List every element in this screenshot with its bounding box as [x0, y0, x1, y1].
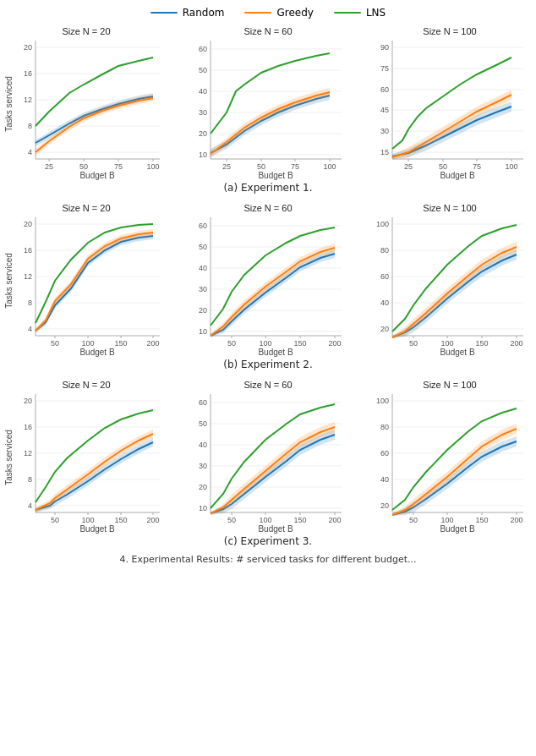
svg-marker-100	[36, 233, 153, 332]
svg-text:150: 150	[293, 339, 306, 348]
svg-text:Tasks serviced: Tasks serviced	[4, 430, 14, 485]
svg-text:100: 100	[81, 516, 94, 524]
svg-text:40: 40	[380, 299, 389, 307]
svg-text:60: 60	[199, 222, 207, 230]
svg-text:Size N = 60: Size N = 60	[243, 380, 292, 390]
svg-text:Size N = 60: Size N = 60	[243, 203, 292, 213]
svg-text:12: 12	[24, 96, 32, 104]
caption-row-2: (b) Experiment 2.	[3, 359, 533, 370]
caption-row-3: (c) Experiment 3.	[3, 535, 533, 547]
svg-text:40: 40	[199, 264, 207, 272]
svg-text:Budget B: Budget B	[440, 171, 474, 180]
svg-text:100: 100	[440, 516, 453, 524]
svg-text:20: 20	[199, 306, 207, 315]
svg-text:Size N = 100: Size N = 100	[423, 380, 476, 390]
svg-text:50: 50	[439, 162, 447, 171]
chart-2b: Size N = 60 10 20 30 40 50 60	[185, 200, 351, 357]
chart-row-3: Size N = 20 Tasks serviced 4 8 12 16 20 …	[3, 377, 533, 534]
svg-text:50: 50	[79, 162, 88, 171]
svg-text:60: 60	[380, 272, 389, 281]
chart-1b: Size N = 60 10 20 30 40	[185, 24, 351, 180]
svg-text:75: 75	[380, 64, 389, 73]
svg-text:Budget B: Budget B	[258, 524, 293, 534]
svg-marker-24	[36, 95, 153, 156]
svg-text:60: 60	[199, 45, 207, 53]
svg-marker-49	[211, 91, 330, 157]
svg-text:16: 16	[24, 246, 32, 255]
svg-text:200: 200	[510, 516, 522, 524]
svg-text:80: 80	[380, 423, 389, 431]
chart-1c: Size N = 100 15 30 45 60	[367, 24, 533, 180]
svg-text:100: 100	[146, 162, 159, 171]
svg-text:150: 150	[475, 516, 488, 524]
legend: Random Greedy LNS	[3, 7, 533, 19]
svg-text:75: 75	[291, 162, 299, 171]
svg-text:Size N = 20: Size N = 20	[62, 26, 110, 36]
svg-text:50: 50	[199, 66, 207, 74]
svg-text:100: 100	[505, 162, 517, 171]
legend-line-lns	[334, 12, 361, 14]
chart-2c: Size N = 100 20 40 60 80 100	[367, 200, 533, 357]
svg-text:Budget B: Budget B	[258, 348, 293, 357]
legend-label-lns: LNS	[366, 7, 386, 19]
svg-text:50: 50	[199, 243, 207, 251]
legend-line-random	[150, 12, 178, 14]
svg-text:50: 50	[409, 339, 418, 348]
svg-text:Tasks serviced: Tasks serviced	[4, 76, 14, 132]
svg-text:10: 10	[199, 504, 207, 512]
svg-text:150: 150	[114, 339, 127, 348]
svg-text:150: 150	[293, 516, 306, 524]
svg-text:150: 150	[475, 339, 488, 348]
svg-text:20: 20	[199, 129, 207, 138]
svg-text:100: 100	[376, 220, 389, 228]
svg-text:60: 60	[199, 398, 207, 407]
svg-text:30: 30	[199, 108, 207, 117]
svg-text:15: 15	[380, 148, 389, 156]
svg-text:20: 20	[380, 325, 389, 333]
legend-label-random: Random	[183, 7, 225, 19]
svg-text:90: 90	[380, 43, 389, 52]
svg-text:20: 20	[380, 501, 389, 510]
svg-text:Budget B: Budget B	[440, 524, 474, 534]
svg-text:Size N = 60: Size N = 60	[243, 26, 292, 36]
svg-text:30: 30	[199, 285, 207, 293]
legend-item-greedy: Greedy	[244, 7, 313, 19]
svg-text:45: 45	[380, 106, 389, 114]
svg-text:Size N = 20: Size N = 20	[62, 203, 110, 213]
svg-text:4: 4	[28, 501, 32, 510]
svg-text:100: 100	[376, 397, 389, 405]
svg-text:40: 40	[380, 475, 389, 484]
svg-text:60: 60	[380, 85, 389, 94]
svg-marker-101	[36, 229, 153, 333]
chart-1a: Size N = 20 Tasks serviced 4 8	[3, 24, 169, 180]
svg-text:8: 8	[28, 475, 32, 484]
svg-text:25: 25	[222, 162, 231, 171]
svg-text:80: 80	[380, 246, 389, 255]
svg-text:10: 10	[199, 327, 207, 336]
svg-text:50: 50	[227, 516, 236, 524]
svg-text:30: 30	[199, 462, 207, 470]
svg-text:Size N = 100: Size N = 100	[423, 203, 476, 213]
svg-text:12: 12	[24, 449, 32, 457]
svg-text:8: 8	[28, 299, 32, 307]
svg-text:100: 100	[440, 339, 453, 348]
chart-3c: Size N = 100 20 40 60 80 100 50 100 1	[367, 377, 533, 534]
chart-3b: Size N = 60 10 20 30 40 50 60 50 100	[185, 377, 351, 534]
svg-text:Budget B: Budget B	[440, 348, 474, 357]
svg-text:200: 200	[146, 516, 159, 524]
chart-row-1: Size N = 20 Tasks serviced 4 8	[3, 24, 533, 180]
svg-text:8: 8	[28, 122, 32, 130]
svg-text:200: 200	[510, 339, 522, 348]
svg-text:40: 40	[199, 441, 207, 449]
svg-text:100: 100	[259, 339, 271, 348]
svg-text:20: 20	[24, 43, 32, 52]
svg-text:50: 50	[257, 162, 265, 171]
svg-text:10: 10	[199, 151, 207, 159]
caption-row-1: (a) Experiment 1.	[3, 182, 533, 194]
svg-text:50: 50	[199, 419, 207, 428]
svg-text:12: 12	[24, 272, 32, 281]
svg-text:Budget B: Budget B	[79, 348, 114, 357]
chart-3a: Size N = 20 Tasks serviced 4 8 12 16 20 …	[3, 377, 169, 534]
legend-line-greedy	[244, 12, 271, 14]
svg-text:30: 30	[380, 127, 389, 135]
